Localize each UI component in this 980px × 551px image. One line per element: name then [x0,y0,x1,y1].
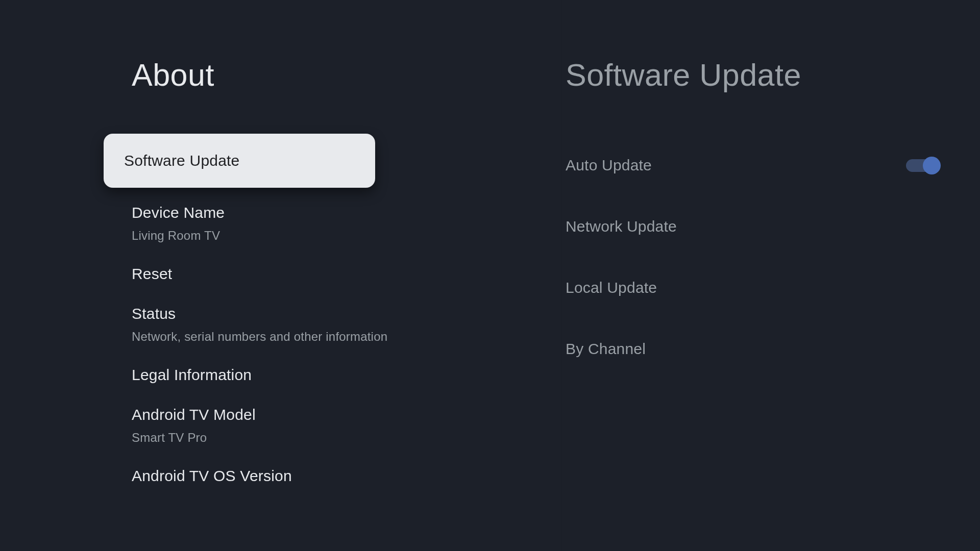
menu-item-title: Status [132,305,561,322]
menu-item-subtitle: Network, serial numbers and other inform… [132,330,561,344]
menu-item-title: Device Name [132,204,561,221]
menu-item-title: Software Update [124,152,355,169]
menu-item-reset[interactable]: Reset [132,254,561,294]
menu-item-android-tv-os-version[interactable]: Android TV OS Version [132,456,561,485]
toggle-knob-icon [923,157,941,174]
option-network-update[interactable]: Network Update [566,196,939,257]
auto-update-toggle[interactable] [906,159,939,172]
option-label: Local Update [566,279,657,296]
menu-item-subtitle: Living Room TV [132,229,561,243]
software-update-panel: Software Update Auto Update Network Upda… [561,0,980,551]
option-label: Auto Update [566,157,652,174]
menu-item-title: Reset [132,265,561,283]
menu-item-title: Legal Information [132,366,561,384]
menu-item-title: Android TV OS Version [132,467,561,485]
about-panel: About Software Update Device Name Living… [0,0,561,551]
menu-item-legal-information[interactable]: Legal Information [132,355,561,395]
option-local-update[interactable]: Local Update [566,257,939,318]
option-auto-update[interactable]: Auto Update [566,135,939,196]
software-update-title: Software Update [566,57,980,93]
menu-item-device-name[interactable]: Device Name Living Room TV [132,193,561,254]
menu-item-software-update[interactable]: Software Update [104,134,375,188]
option-label: By Channel [566,340,646,358]
menu-item-subtitle: Smart TV Pro [132,431,561,445]
menu-item-android-tv-model[interactable]: Android TV Model Smart TV Pro [132,395,561,456]
option-by-channel[interactable]: By Channel [566,318,939,380]
software-update-list: Auto Update Network Update Local Update … [566,135,980,380]
about-menu-list: Software Update Device Name Living Room … [132,134,561,485]
about-title: About [132,57,561,93]
option-label: Network Update [566,218,677,235]
menu-item-status[interactable]: Status Network, serial numbers and other… [132,294,561,355]
menu-item-title: Android TV Model [132,406,561,423]
